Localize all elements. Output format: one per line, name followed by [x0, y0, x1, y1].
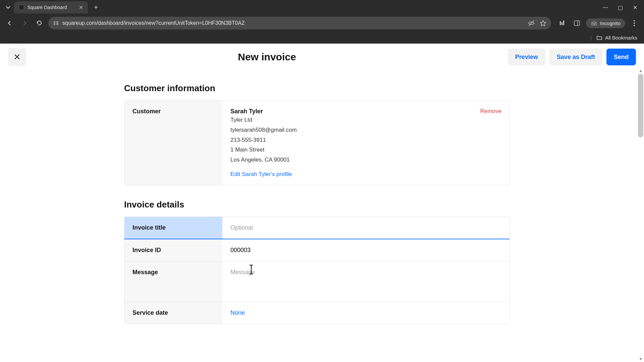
invoice-id-input[interactable]	[230, 247, 501, 254]
header-actions: Preview Save as Draft Send	[508, 49, 636, 65]
svg-rect-8	[561, 22, 562, 25]
close-tab-icon[interactable]: ✕	[79, 4, 83, 11]
customer-label: Customer	[124, 101, 222, 185]
invoice-message-label: Message	[124, 261, 222, 302]
invoice-message-row: Message	[124, 261, 509, 302]
svg-line-6	[529, 20, 534, 26]
customer-phone: 213-555-3911	[230, 135, 501, 145]
side-panel-icon[interactable]	[571, 17, 583, 29]
maximize-icon[interactable]: ▢	[617, 4, 623, 11]
svg-rect-4	[56, 23, 58, 23]
save-draft-button[interactable]: Save as Draft	[549, 49, 602, 65]
invoice-message-input[interactable]	[230, 269, 501, 276]
customer-name: Sarah Tyler	[230, 108, 501, 115]
browser-menu-icon[interactable]	[629, 17, 640, 29]
divider: |	[590, 35, 592, 41]
customer-panel: Customer Sarah Tyler Tyler Ltd tylersara…	[124, 100, 510, 185]
content-area: Customer information Customer Sarah Tyle…	[124, 83, 510, 324]
svg-rect-5	[56, 24, 58, 25]
folder-icon	[596, 35, 602, 41]
bookmarks-bar: | All Bookmarks	[0, 32, 644, 44]
service-date-value[interactable]: None	[230, 309, 245, 316]
browser-chrome: Square Dashboard ✕ + ― ▢ ✕ squareup.com/…	[0, 0, 644, 44]
page-title: New invoice	[26, 51, 508, 63]
send-button[interactable]: Send	[606, 49, 636, 65]
customer-row: Customer Sarah Tyler Tyler Ltd tylersara…	[124, 101, 509, 185]
customer-info-heading: Customer information	[124, 83, 510, 94]
svg-rect-10	[574, 21, 580, 25]
service-date-row: Service date None	[124, 302, 509, 324]
forward-button[interactable]	[19, 17, 30, 29]
scroll-down-icon[interactable]: ▼	[639, 357, 643, 361]
svg-rect-0	[54, 21, 55, 22]
all-bookmarks-link[interactable]: All Bookmarks	[605, 35, 637, 41]
invoice-id-label: Invoice ID	[124, 239, 222, 261]
tab-favicon	[19, 5, 24, 10]
address-bar[interactable]: squareup.com/dashboard/invoices/new?curr…	[48, 17, 551, 29]
invoice-details-heading: Invoice details	[124, 199, 510, 210]
window-controls: ― ▢ ✕	[602, 4, 644, 11]
svg-point-14	[634, 20, 635, 21]
media-control-icon[interactable]	[556, 17, 568, 29]
service-date-label: Service date	[124, 302, 222, 324]
svg-point-13	[594, 23, 597, 25]
arrow-left-icon	[6, 20, 13, 26]
close-page-button[interactable]: ✕	[8, 48, 26, 66]
svg-rect-1	[54, 23, 55, 23]
reload-icon	[36, 20, 43, 26]
tab-search-dropdown[interactable]	[2, 1, 14, 13]
svg-rect-3	[56, 21, 58, 22]
arrow-right-icon	[21, 20, 28, 26]
new-tab-button[interactable]: +	[91, 2, 101, 13]
invoice-title-input[interactable]	[230, 224, 501, 231]
preview-button[interactable]: Preview	[508, 49, 545, 65]
svg-point-16	[634, 25, 635, 26]
svg-rect-7	[560, 21, 561, 25]
edit-customer-link[interactable]: Edit Sarah Tyler's profile	[230, 171, 292, 178]
chevron-down-icon	[6, 5, 10, 10]
back-button[interactable]	[4, 17, 15, 29]
svg-rect-2	[54, 24, 55, 25]
svg-point-15	[634, 22, 635, 24]
svg-point-12	[591, 23, 594, 25]
browser-tab[interactable]: Square Dashboard ✕	[14, 1, 88, 13]
url-text: squareup.com/dashboard/invoices/new?curr…	[62, 20, 524, 26]
incognito-badge[interactable]: Incognito	[586, 18, 625, 28]
incognito-icon	[591, 21, 597, 25]
customer-email: tylersarah508@gmail.com	[230, 125, 501, 135]
app-viewport: ✕ New invoice Preview Save as Draft Send…	[0, 44, 644, 362]
invoice-details-panel: Invoice title Invoice ID Message Service…	[124, 217, 510, 324]
tab-title: Square Dashboard	[28, 5, 67, 10]
site-settings-icon[interactable]	[53, 20, 59, 26]
reload-button[interactable]	[34, 17, 45, 29]
browser-toolbar: squareup.com/dashboard/invoices/new?curr…	[0, 15, 644, 32]
minimize-icon[interactable]: ―	[602, 4, 608, 11]
eye-off-icon[interactable]	[528, 19, 535, 27]
invoice-title-label: Invoice title	[124, 217, 222, 239]
app-header: ✕ New invoice Preview Save as Draft Send	[0, 44, 644, 70]
incognito-label: Incognito	[600, 20, 621, 26]
scrollbar-thumb[interactable]	[638, 74, 643, 137]
svg-rect-9	[563, 20, 564, 25]
invoice-id-row: Invoice ID	[124, 239, 509, 261]
customer-address1: 1 Main Street	[230, 145, 501, 155]
invoice-title-row: Invoice title	[124, 217, 509, 239]
tab-strip: Square Dashboard ✕ + ― ▢ ✕	[0, 0, 644, 15]
star-icon[interactable]	[540, 20, 546, 26]
remove-customer-link[interactable]: Remove	[480, 108, 501, 115]
customer-value: Sarah Tyler Tyler Ltd tylersarah508@gmai…	[222, 101, 509, 185]
scroll-up-icon[interactable]: ▲	[639, 68, 643, 72]
close-window-icon[interactable]: ✕	[632, 4, 638, 11]
customer-address2: Los Angeles, CA 90001	[230, 155, 501, 165]
customer-company: Tyler Ltd	[230, 115, 501, 125]
